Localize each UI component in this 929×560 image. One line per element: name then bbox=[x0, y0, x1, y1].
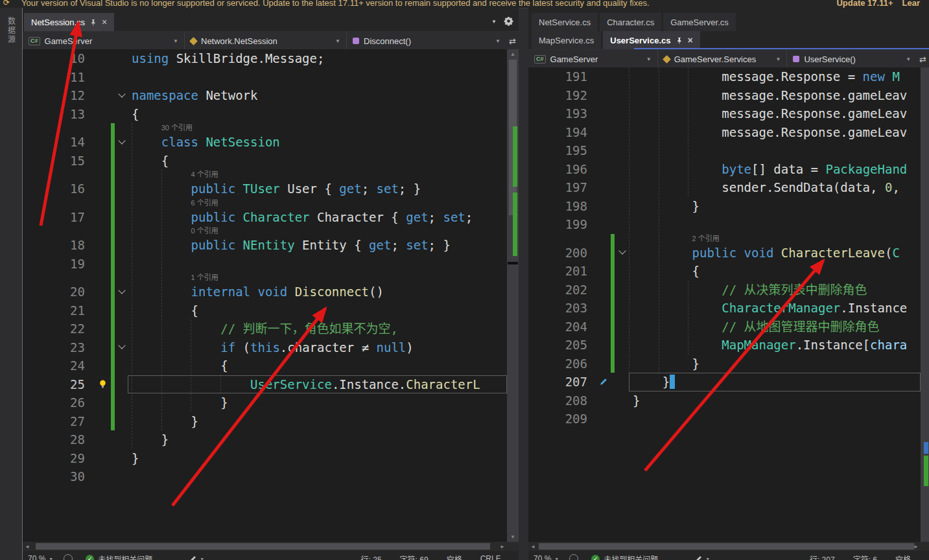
code-text[interactable]: namespace Network bbox=[128, 86, 507, 105]
code-line[interactable]: 201 个引用 internal void Disconnect() bbox=[23, 273, 507, 301]
learn-more-link[interactable]: Lear bbox=[902, 0, 920, 8]
code-line[interactable]: 13{ bbox=[23, 105, 507, 124]
code-text[interactable]: 4 个引用 public TUser User { get; set; } bbox=[128, 170, 507, 198]
code-text[interactable]: } bbox=[629, 391, 921, 410]
codelens-references[interactable]: 0 个引用 bbox=[128, 226, 507, 236]
status-spaces[interactable]: 空格 bbox=[895, 554, 911, 560]
code-text[interactable] bbox=[128, 255, 507, 274]
code-line[interactable]: 26 } bbox=[23, 393, 507, 412]
code-text[interactable]: } bbox=[629, 197, 921, 216]
code-line[interactable]: 12namespace Network bbox=[23, 86, 507, 105]
code-line[interactable]: 198 } bbox=[528, 197, 921, 216]
codelens-references[interactable]: 2 个引用 bbox=[629, 234, 921, 244]
code-text[interactable]: UserService.Instance.CharacterL bbox=[128, 375, 507, 394]
code-line[interactable]: 2002 个引用 public void CharacterLeave(C bbox=[528, 234, 921, 262]
code-text[interactable]: 2 个引用 public void CharacterLeave(C bbox=[629, 234, 921, 262]
pin-icon[interactable] bbox=[676, 37, 683, 44]
code-text[interactable]: // 判断一下，角色如果不为空, bbox=[128, 320, 507, 338]
scroll-up-icon[interactable]: ▲ bbox=[507, 51, 519, 57]
code-line[interactable]: 176 个引用 public Character Character { get… bbox=[23, 198, 507, 227]
project-dropdown[interactable]: C# GameServer ▼ bbox=[23, 32, 185, 50]
lightbulb-icon[interactable] bbox=[94, 375, 111, 394]
code-text[interactable] bbox=[128, 68, 507, 87]
codelens-references[interactable]: 6 个引用 bbox=[128, 198, 507, 208]
edit-mode-control[interactable]: ▼ bbox=[189, 555, 204, 560]
tab-mapservice[interactable]: MapService.cs bbox=[532, 31, 601, 49]
code-text[interactable]: using SkillBridge.Message; bbox=[128, 49, 507, 68]
right-horizontal-scrollbar[interactable]: ◄ ► bbox=[528, 542, 921, 551]
pencil-icon[interactable] bbox=[596, 373, 611, 391]
right-code-editor[interactable]: 191 message.Response = new M192 message.… bbox=[528, 67, 921, 542]
status-column[interactable]: 字符: 69 bbox=[400, 554, 429, 560]
tab-character[interactable]: Character.cs bbox=[600, 13, 661, 31]
codelens-references[interactable]: 30 个引用 bbox=[128, 123, 507, 133]
tab-userservice[interactable]: UserService.cs × bbox=[603, 31, 700, 49]
code-text[interactable]: } bbox=[629, 373, 921, 391]
code-line[interactable]: 209 bbox=[528, 410, 921, 428]
code-text[interactable]: // 从决策列表中删除角色 bbox=[629, 281, 921, 299]
code-text[interactable]: message.Response = new M bbox=[629, 67, 921, 86]
code-text[interactable]: 6 个引用 public Character Character { get; … bbox=[128, 198, 507, 227]
code-text[interactable]: } bbox=[128, 393, 507, 412]
left-code-editor[interactable]: 10using SkillBridge.Message;1112namespac… bbox=[23, 49, 507, 542]
code-line[interactable]: 195 bbox=[528, 141, 921, 160]
code-line[interactable]: 24 { bbox=[23, 356, 507, 375]
left-horizontal-scrollbar[interactable]: ◄ ► bbox=[23, 542, 507, 551]
gear-icon[interactable] bbox=[504, 16, 513, 26]
close-icon[interactable]: × bbox=[688, 36, 693, 45]
code-line[interactable]: 194 message.Response.gameLeav bbox=[528, 123, 921, 142]
update-link[interactable]: Update 17.11+ bbox=[836, 0, 893, 8]
code-text[interactable]: MapManager.Instance[chara bbox=[629, 336, 921, 355]
code-text[interactable]: if (this.character ≠ null) bbox=[128, 338, 507, 357]
code-text[interactable] bbox=[128, 467, 507, 486]
tab-list-dropdown-icon[interactable]: ▼ bbox=[491, 19, 497, 25]
code-line[interactable]: 199 bbox=[528, 215, 921, 234]
code-line[interactable]: 196 byte[] data = PackageHand bbox=[528, 160, 921, 179]
presence-icon[interactable] bbox=[64, 554, 73, 560]
split-window-icon[interactable]: ⇄ bbox=[506, 32, 519, 50]
scrollbar-thumb[interactable] bbox=[539, 543, 914, 550]
code-text[interactable] bbox=[629, 215, 921, 234]
zoom-control[interactable]: 70 % ▼ bbox=[28, 554, 53, 560]
code-text[interactable]: CharacterManager.Instance bbox=[629, 299, 921, 318]
code-text[interactable]: message.Response.gameLeav bbox=[629, 123, 921, 142]
fold-chevron-icon[interactable] bbox=[116, 86, 128, 105]
code-line[interactable]: 29} bbox=[23, 449, 507, 468]
scroll-left-icon[interactable]: ◄ bbox=[530, 544, 535, 550]
code-line[interactable]: 30 bbox=[23, 467, 507, 486]
code-line[interactable]: 25 UserService.Instance.CharacterL bbox=[23, 375, 507, 394]
code-text[interactable]: 0 个引用 public NEntity Entity { get; set; … bbox=[128, 226, 507, 255]
code-line[interactable]: 202 // 从决策列表中删除角色 bbox=[528, 281, 921, 299]
code-text[interactable]: } bbox=[128, 412, 507, 431]
code-line[interactable]: 208} bbox=[528, 391, 921, 410]
tab-gameserver[interactable]: GameServer.cs bbox=[663, 13, 736, 31]
close-icon[interactable]: × bbox=[102, 18, 107, 27]
code-line[interactable]: 203 CharacterManager.Instance bbox=[528, 299, 921, 318]
status-line[interactable]: 行: 207 bbox=[810, 554, 835, 560]
code-text[interactable]: message.Response.gameLeav bbox=[629, 86, 921, 105]
scrollbar-thumb[interactable] bbox=[36, 543, 490, 550]
code-text[interactable]: byte[] data = PackageHand bbox=[629, 160, 921, 179]
code-line[interactable]: 207 } bbox=[528, 373, 921, 391]
code-text[interactable]: { bbox=[128, 301, 507, 320]
code-text[interactable]: 30 个引用 class NetSession bbox=[128, 123, 507, 152]
scroll-down-icon[interactable]: ▼ bbox=[507, 534, 519, 540]
code-line[interactable]: 19 bbox=[23, 255, 507, 274]
split-window-icon[interactable]: ⇄ bbox=[917, 50, 929, 68]
tab-netservice[interactable]: NetService.cs bbox=[532, 13, 598, 31]
code-line[interactable]: 192 message.Response.gameLeav bbox=[528, 86, 921, 105]
code-text[interactable]: } bbox=[629, 355, 921, 373]
code-text[interactable] bbox=[629, 410, 921, 428]
member-dropdown[interactable]: Disconnect() ▼ bbox=[347, 32, 506, 50]
code-line[interactable]: 164 个引用 public TUser User { get; set; } bbox=[23, 170, 507, 198]
fold-chevron-icon[interactable] bbox=[116, 338, 128, 357]
code-line[interactable]: 180 个引用 public NEntity Entity { get; set… bbox=[23, 226, 507, 255]
status-line[interactable]: 行: 25 bbox=[361, 554, 382, 560]
fold-chevron-icon[interactable] bbox=[116, 283, 128, 301]
code-line[interactable]: 22 // 判断一下，角色如果不为空, bbox=[23, 320, 507, 338]
code-line[interactable]: 15 { bbox=[23, 152, 507, 170]
zoom-control[interactable]: 70 % ▼ bbox=[534, 554, 559, 560]
document-health[interactable]: ✓ 未找到相关问题 bbox=[86, 554, 152, 560]
code-line[interactable]: 204 // 从地图管理器中删除角色 bbox=[528, 318, 921, 336]
code-line[interactable]: 1430 个引用 class NetSession bbox=[23, 123, 507, 152]
